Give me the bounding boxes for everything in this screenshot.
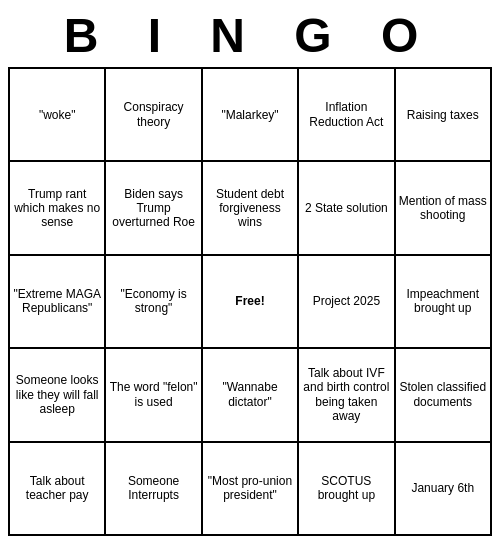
bingo-cell-extreme-maga[interactable]: "Extreme MAGA Republicans" xyxy=(9,255,105,348)
bingo-cell-conspiracy-theory[interactable]: Conspiracy theory xyxy=(105,68,201,161)
bingo-cell-teacher-pay[interactable]: Talk about teacher pay xyxy=(9,442,105,535)
bingo-cell-ivf-birth-control[interactable]: Talk about IVF and birth control being t… xyxy=(298,348,394,441)
bingo-cell-raising-taxes[interactable]: Raising taxes xyxy=(395,68,491,161)
bingo-cell-scotus[interactable]: SCOTUS brought up xyxy=(298,442,394,535)
bingo-cell-two-state-solution[interactable]: 2 State solution xyxy=(298,161,394,254)
bingo-table: "woke"Conspiracy theory"Malarkey"Inflati… xyxy=(8,67,492,536)
bingo-cell-inflation-reduction-act[interactable]: Inflation Reduction Act xyxy=(298,68,394,161)
bingo-cell-fall-asleep[interactable]: Someone looks like they will fall asleep xyxy=(9,348,105,441)
bingo-title: B I N G O xyxy=(64,8,437,63)
bingo-cell-trump-rant[interactable]: Trump rant which makes no sense xyxy=(9,161,105,254)
bingo-cell-project-2025[interactable]: Project 2025 xyxy=(298,255,394,348)
bingo-cell-january-6th[interactable]: January 6th xyxy=(395,442,491,535)
bingo-cell-wannabe-dictator[interactable]: "Wannabe dictator" xyxy=(202,348,298,441)
bingo-cell-mass-shooting[interactable]: Mention of mass shooting xyxy=(395,161,491,254)
bingo-cell-free[interactable]: Free! xyxy=(202,255,298,348)
bingo-cell-stolen-documents[interactable]: Stolen classified documents xyxy=(395,348,491,441)
bingo-cell-impeachment[interactable]: Impeachment brought up xyxy=(395,255,491,348)
bingo-cell-malarkey[interactable]: "Malarkey" xyxy=(202,68,298,161)
bingo-cell-woke[interactable]: "woke" xyxy=(9,68,105,161)
bingo-cell-felon[interactable]: The word "felon" is used xyxy=(105,348,201,441)
bingo-cell-student-debt[interactable]: Student debt forgiveness wins xyxy=(202,161,298,254)
bingo-cell-economy-strong[interactable]: "Economy is strong" xyxy=(105,255,201,348)
bingo-cell-interrupts[interactable]: Someone Interrupts xyxy=(105,442,201,535)
bingo-cell-biden-trump-roe[interactable]: Biden says Trump overturned Roe xyxy=(105,161,201,254)
bingo-cell-pro-union[interactable]: "Most pro-union president" xyxy=(202,442,298,535)
